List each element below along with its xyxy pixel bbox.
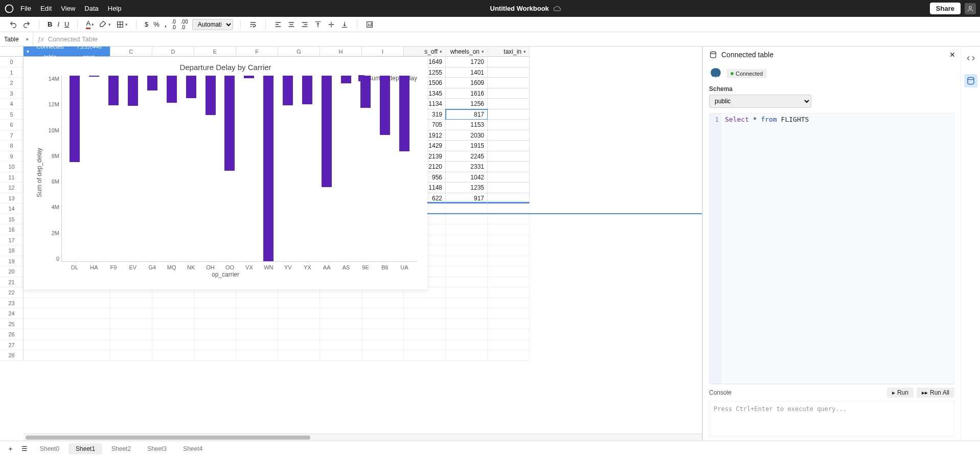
cell[interactable]	[488, 245, 530, 256]
bar-YV[interactable]	[283, 76, 293, 105]
tab-sheet1[interactable]: Sheet1	[69, 443, 102, 454]
row-header-20[interactable]: 20	[0, 266, 23, 277]
bar-OH[interactable]	[206, 76, 216, 115]
italic-button[interactable]: I	[56, 19, 60, 29]
bar-AA[interactable]	[322, 76, 332, 187]
cell[interactable]	[362, 319, 404, 330]
cell[interactable]	[446, 340, 488, 351]
user-avatar[interactable]	[965, 3, 976, 14]
cell[interactable]	[488, 298, 530, 309]
cell[interactable]	[446, 277, 488, 288]
cell[interactable]	[152, 319, 194, 330]
row-header-16[interactable]: 16	[0, 224, 23, 235]
close-panel-button[interactable]: ✕	[949, 51, 955, 59]
chart-overlay[interactable]: Departure Delay by Carrier Sum of dep_de…	[24, 57, 427, 289]
menu-file[interactable]: File	[20, 5, 31, 12]
align-top-button[interactable]	[313, 19, 323, 30]
cell[interactable]	[110, 329, 152, 340]
cell[interactable]	[488, 193, 530, 204]
cell[interactable]	[236, 329, 278, 340]
tab-sheet3[interactable]: Sheet3	[140, 443, 174, 454]
cell[interactable]	[24, 329, 110, 340]
cell[interactable]	[320, 319, 362, 330]
cell[interactable]: 1616	[446, 88, 488, 99]
col-header-E[interactable]: E	[194, 47, 236, 57]
currency-button[interactable]: $	[144, 19, 149, 29]
row-header-23[interactable]: 23	[0, 298, 23, 309]
cell[interactable]	[152, 308, 194, 319]
cell[interactable]	[24, 319, 110, 330]
cell[interactable]	[488, 340, 530, 351]
bar-YX[interactable]	[302, 76, 312, 104]
col-header-G[interactable]: G	[278, 47, 320, 57]
cell[interactable]	[236, 319, 278, 330]
cell[interactable]	[446, 350, 488, 361]
bold-button[interactable]: B	[47, 19, 53, 29]
cell[interactable]	[110, 319, 152, 330]
col-header-H[interactable]: H	[320, 47, 362, 57]
menu-view[interactable]: View	[61, 5, 75, 12]
tab-sheet2[interactable]: Sheet2	[104, 443, 138, 454]
cell[interactable]	[446, 203, 488, 213]
cell[interactable]	[278, 329, 320, 340]
cell[interactable]	[194, 308, 236, 319]
row-header-2[interactable]: 2	[0, 78, 23, 88]
bar-VX[interactable]	[244, 76, 254, 78]
cell[interactable]	[320, 350, 362, 361]
cell[interactable]	[404, 340, 446, 351]
bar-G4[interactable]	[147, 76, 157, 90]
cell[interactable]	[278, 350, 320, 361]
cell[interactable]	[488, 203, 530, 213]
cell[interactable]	[446, 319, 488, 330]
row-header-10[interactable]: 10	[0, 162, 23, 172]
cell[interactable]	[194, 350, 236, 361]
cell[interactable]	[152, 340, 194, 351]
cell[interactable]	[488, 224, 530, 235]
cell[interactable]	[404, 308, 446, 319]
table-col-header[interactable]: wheels_on▾	[446, 47, 488, 57]
insert-chart-button[interactable]	[364, 19, 375, 30]
row-header-4[interactable]: 4	[0, 99, 23, 109]
row-header-0[interactable]: 0	[0, 57, 23, 67]
align-center-button[interactable]	[286, 19, 297, 30]
cell[interactable]	[110, 350, 152, 361]
bar-WN[interactable]	[263, 76, 274, 261]
align-middle-button[interactable]	[326, 19, 336, 30]
percent-button[interactable]: %	[152, 19, 161, 29]
cell[interactable]	[110, 298, 152, 309]
cell[interactable]	[446, 224, 488, 235]
align-right-button[interactable]	[300, 19, 310, 30]
increase-decimal-button[interactable]: .00.0	[180, 18, 189, 31]
table-col-header[interactable]: s_off▾	[404, 47, 446, 57]
cell[interactable]	[362, 308, 404, 319]
cell[interactable]	[404, 319, 446, 330]
row-header-6[interactable]: 6	[0, 120, 23, 130]
cell[interactable]	[488, 329, 530, 340]
tab-sheet4[interactable]: Sheet4	[176, 443, 210, 454]
row-header-21[interactable]: 21	[0, 277, 23, 288]
cell[interactable]	[236, 350, 278, 361]
cell[interactable]: 1256	[446, 99, 488, 109]
run-all-button[interactable]: ▸▸ Run All	[917, 387, 954, 398]
cell[interactable]	[236, 340, 278, 351]
cell[interactable]	[488, 214, 530, 225]
row-header-19[interactable]: 19	[0, 256, 23, 267]
row-header-14[interactable]: 14	[0, 203, 23, 214]
col-header-D[interactable]: D	[152, 47, 194, 57]
database-panel-button[interactable]	[964, 74, 977, 87]
cell[interactable]	[110, 308, 152, 319]
menu-help[interactable]: Help	[108, 5, 122, 12]
cell[interactable]	[488, 88, 530, 99]
cell[interactable]	[362, 298, 404, 309]
align-bottom-button[interactable]	[339, 19, 350, 30]
bar-DL[interactable]	[70, 76, 80, 162]
bar-UA[interactable]	[399, 76, 409, 151]
col-header-I[interactable]: I	[362, 47, 404, 57]
menu-edit[interactable]: Edit	[40, 5, 52, 12]
wrap-button[interactable]	[248, 19, 258, 30]
cell[interactable]	[278, 340, 320, 351]
select-all-corner[interactable]	[0, 47, 24, 57]
cell[interactable]	[488, 183, 530, 193]
row-header-18[interactable]: 18	[0, 245, 23, 256]
undo-button[interactable]	[8, 19, 18, 30]
